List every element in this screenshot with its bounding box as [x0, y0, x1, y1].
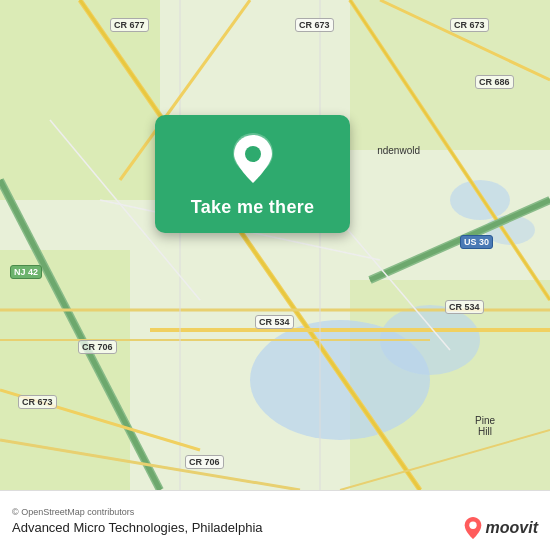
svg-point-32 [469, 522, 476, 529]
map-container: CR 677 CR 673 CR 673 CR 686 NJ 42 US 30 … [0, 0, 550, 490]
road-label-cr673-top: CR 673 [295, 18, 334, 32]
location-text: Advanced Micro Technologies, Philadelphi… [12, 520, 538, 535]
road-label-cr534-right: CR 534 [445, 300, 484, 314]
place-name-lindenwold: ndenwold [377, 145, 420, 156]
take-me-there-label: Take me there [191, 197, 315, 218]
bottom-bar: © OpenStreetMap contributors Advanced Mi… [0, 490, 550, 550]
road-label-nj42: NJ 42 [10, 265, 42, 279]
copyright-text: © OpenStreetMap contributors [12, 507, 538, 517]
moovit-logo: moovit [463, 516, 538, 540]
location-pin-icon [231, 133, 275, 187]
road-label-cr534-mid: CR 534 [255, 315, 294, 329]
road-label-cr673-right: CR 673 [450, 18, 489, 32]
moovit-pin-icon [463, 516, 483, 540]
svg-rect-3 [0, 250, 130, 490]
moovit-text: moovit [486, 519, 538, 537]
svg-point-7 [450, 180, 510, 220]
road-label-cr706-bot: CR 706 [185, 455, 224, 469]
road-label-cr677: CR 677 [110, 18, 149, 32]
action-card[interactable]: Take me there [155, 115, 350, 233]
road-label-cr706: CR 706 [78, 340, 117, 354]
place-name-pine-hill: PineHill [475, 415, 495, 437]
road-label-cr673-bot: CR 673 [18, 395, 57, 409]
road-label-us30: US 30 [460, 235, 493, 249]
road-label-cr686: CR 686 [475, 75, 514, 89]
svg-point-31 [245, 146, 261, 162]
